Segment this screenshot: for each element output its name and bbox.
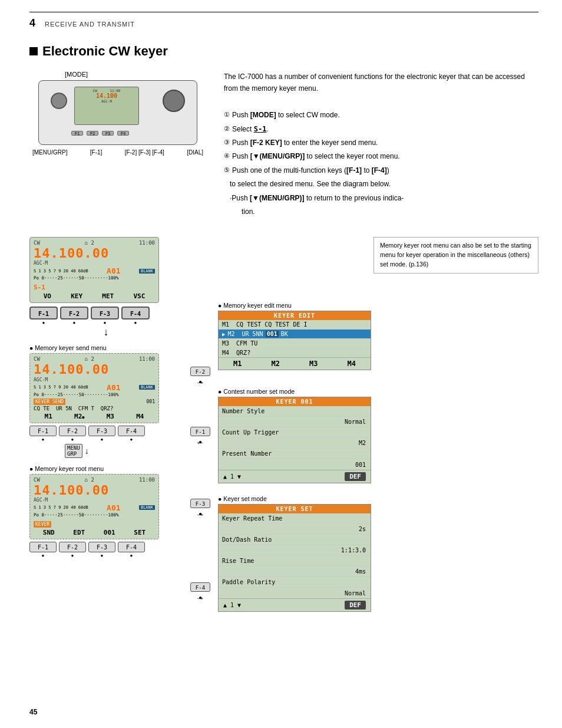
keyer-edit-row-m2[interactable]: ▶M2 UR 5NN001 BK xyxy=(219,330,371,339)
radio-f3-btn: F3 xyxy=(102,131,114,136)
send-f3-btn[interactable]: F-3 ● xyxy=(88,426,115,442)
contest-header: KEYER 001 xyxy=(219,397,371,406)
root-f4-btn[interactable]: F-4 ● xyxy=(118,542,145,558)
send-f4-btn[interactable]: F-4 ● xyxy=(118,426,145,442)
s1-ref: S‑1 xyxy=(254,125,267,133)
send-f2-btn[interactable]: F-2 ● xyxy=(59,426,86,442)
page-number: 4 xyxy=(29,17,35,29)
dial-label: [DIAL] xyxy=(187,149,203,156)
step-2: ② Select S‑1. xyxy=(224,123,538,135)
radio-diagram: [MODE] CW 11:00 14.100 AGC-M xyxy=(29,71,206,156)
contest-row-countup-val: M2 xyxy=(219,438,371,449)
root-f1-btn[interactable]: F-1 ● xyxy=(29,542,57,558)
menu-grp-arrow-group: MENUGRP ↓ xyxy=(65,444,183,458)
right-column: The IC-7000 has a number of convenient f… xyxy=(224,71,538,219)
keyer-edit-row-m3[interactable]: M3 CFM TU xyxy=(219,339,371,348)
contest-number-section: Contest number set mode KEYER 001 Number… xyxy=(218,388,538,483)
step-note: ·Push [▼(MENU/GRP)] to return to the pre… xyxy=(224,192,538,204)
keyer-set-section: Keyer set mode KEYER SET Keyer Repeat Ti… xyxy=(218,495,538,612)
radio-f4-btn: F4 xyxy=(117,131,129,136)
root-f2-btn[interactable]: F-2 ● xyxy=(59,542,86,558)
f2-side-btn[interactable]: F-2● xyxy=(190,367,210,376)
cw-mode: CW xyxy=(34,240,40,246)
keyer-set-row-paddle-val: Normal xyxy=(219,588,371,598)
step-5: ⑤ Push one of the multi-function keys ([… xyxy=(224,164,538,176)
keyer-edit-row-m1[interactable]: M1 CQ TEST CQ TEST DE I xyxy=(219,320,371,330)
send-bottom-row: M1 M2● M3 M4 xyxy=(34,413,155,420)
agc-display: AGC-M xyxy=(34,261,155,266)
note-text: Memory keyer root menu can also be set t… xyxy=(380,242,531,268)
contest-box: KEYER 001 Number Style Normal Count Up T… xyxy=(218,397,371,483)
root-f3-btn[interactable]: F-3 ● xyxy=(88,542,115,558)
f1-label: [F-1] xyxy=(90,149,103,156)
root-lcd: CW ⌂ 2 11:00 14.100.00 AGC-M S 1 3 5 7 9… xyxy=(29,474,159,539)
f3-side-btn[interactable]: F-3● xyxy=(190,499,210,508)
keyer-set-row-repeat: Keyer Repeat Time xyxy=(219,513,371,524)
note-box: Memory keyer root menu can also be set t… xyxy=(373,237,538,273)
kever-label-row: KEVER xyxy=(34,519,155,528)
keyer-set-row-rise: Rise Time xyxy=(219,556,371,566)
middle-arrows: F-2● → F-1● ← F-3● → F-4● → xyxy=(183,237,218,622)
contest-footer-nav: ▲ 1 ▼ xyxy=(223,473,241,480)
po-row: Po 0·····25······50·········100% xyxy=(34,275,155,281)
keyer-edit-label: Memory keyer edit menu xyxy=(218,302,538,309)
instructions: The IC-7000 has a number of convenient f… xyxy=(224,71,538,218)
radio-image: CW 11:00 14.100 AGC-M F1 F2 F3 F4 xyxy=(38,80,197,145)
f4-side-btn[interactable]: F-4● xyxy=(190,582,210,592)
contest-def-btn[interactable]: DEF xyxy=(345,472,366,481)
keyer-set-def-btn[interactable]: DEF xyxy=(345,601,366,610)
keyer-edit-row-m4[interactable]: M4 QRZ? xyxy=(219,348,371,357)
keyer-edit-header: KEYER EDIT xyxy=(219,311,371,320)
radio-f-buttons: F1 F2 F3 F4 xyxy=(71,131,129,136)
f1-side-btn[interactable]: F-1● xyxy=(190,427,210,436)
main-content: [MODE] CW 11:00 14.100 AGC-M xyxy=(29,71,538,219)
keyer-edit-footer: M1 M2 M3 M4 xyxy=(219,357,371,370)
blank-badge: BLANK xyxy=(139,269,155,274)
keyer-set-footer-nav: ▲ 1 ▼ xyxy=(223,602,241,608)
main-f4-btn[interactable]: F-4 ● xyxy=(121,307,150,325)
chapter-title: RECEIVE AND TRANSMIT xyxy=(45,21,135,28)
f2-side-group: F-2● → xyxy=(190,367,210,388)
radio-f1-btn: F1 xyxy=(71,131,83,136)
main-f3-btn[interactable]: F-3 ● xyxy=(91,307,119,325)
keyer-set-box: KEYER SET Keyer Repeat Time 2s Dot/Dash … xyxy=(218,504,371,612)
contest-label: Contest number set mode xyxy=(218,388,538,395)
f2-key-ref: [F-2 KEY] xyxy=(250,139,282,147)
frequency-display: 14.100.00 xyxy=(34,246,155,261)
step-1: ① Push [MODE] to select CW mode. xyxy=(224,109,538,121)
top-rule xyxy=(29,12,538,12)
keyer-set-row-rise-val: 4ms xyxy=(219,566,371,577)
contest-row-numberstyle: Number Style xyxy=(219,406,371,417)
f2-f3-f4-label: [F-2] [F-3] [F-4] xyxy=(125,149,164,156)
s1-row: S-1 xyxy=(34,282,155,291)
f4-right-arrow-icon: → xyxy=(196,593,205,604)
f4-side-group: F-4● → xyxy=(190,582,210,604)
menu-grp-btn-icon: MENUGRP xyxy=(65,444,82,458)
smeter-row: S 1 3 5 7 9 20 40 60dB A01 BLANK xyxy=(34,266,155,275)
send-bar-row: KEVER SEND 001 xyxy=(34,398,155,405)
send-screen-label: Memory keyer send menu xyxy=(29,344,183,351)
left-column: [MODE] CW 11:00 14.100 AGC-M xyxy=(29,71,206,219)
send-f1-btn[interactable]: F-1 ● xyxy=(29,426,57,442)
root-f-buttons: F-1 ● F-2 ● F-3 ● F-4 ● xyxy=(29,542,183,558)
keyer-set-row-paddle: Paddle Polarity xyxy=(219,577,371,588)
keyer-edit-box: KEYER EDIT M1 CQ TEST CQ TEST DE I ▶M2 U… xyxy=(218,311,371,370)
screens-column: CW ⌂ 2 11:00 14.100.00 AGC-M S 1 3 5 7 9… xyxy=(29,237,183,622)
root-bottom-row: SND EDT 001 SET xyxy=(34,529,155,536)
main-screen-group: CW ⌂ 2 11:00 14.100.00 AGC-M S 1 3 5 7 9… xyxy=(29,237,183,337)
page-header: 4 RECEIVE AND TRANSMIT xyxy=(29,17,538,29)
title-square-icon xyxy=(29,47,38,55)
keyer-set-label: Keyer set mode xyxy=(218,495,538,502)
mode-label: [MODE] xyxy=(29,71,206,78)
main-bottom-row: VO KEY MET VSC xyxy=(34,292,155,300)
main-f2-btn[interactable]: F-2 ● xyxy=(60,307,88,325)
left-arrow-icon: ← xyxy=(196,437,205,448)
contest-row-countup: Count Up Trigger xyxy=(219,427,371,438)
keyer-set-row-repeat-val: 2s xyxy=(219,524,371,535)
mode-key: [MODE] xyxy=(250,111,276,119)
f3-side-group: F-3● → xyxy=(190,499,210,520)
contest-row-present: Present Number xyxy=(219,449,371,459)
main-f1-btn[interactable]: F-1 ● xyxy=(29,307,58,325)
contest-row-present-val: 001 xyxy=(219,459,371,470)
send-f-buttons: F-1 ● F-2 ● F-3 ● F-4 ● xyxy=(29,426,183,442)
